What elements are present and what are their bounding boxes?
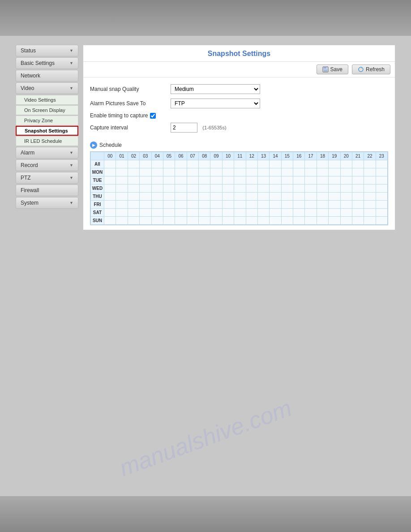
time-cell-all-15[interactable]	[281, 160, 293, 168]
time-cell-thu-14[interactable]	[270, 193, 281, 201]
time-cell-all-20[interactable]	[340, 160, 352, 168]
time-cell-wed-04[interactable]	[151, 184, 163, 193]
time-cell-mon-20[interactable]	[340, 168, 352, 176]
time-cell-fri-21[interactable]	[352, 201, 364, 209]
time-cell-thu-08[interactable]	[199, 193, 210, 201]
time-cell-wed-19[interactable]	[329, 184, 340, 193]
time-cell-thu-04[interactable]	[151, 193, 163, 201]
time-cell-sun-23[interactable]	[376, 217, 387, 225]
time-cell-fri-08[interactable]	[199, 201, 210, 209]
time-cell-wed-21[interactable]	[352, 184, 364, 193]
time-cell-sat-22[interactable]	[364, 209, 376, 217]
alarm-pictures-save-to-select[interactable]: FTP SD Card Both	[171, 99, 260, 108]
sidebar-item-alarm[interactable]: Alarm	[16, 147, 78, 159]
time-cell-mon-17[interactable]	[305, 168, 317, 176]
sidebar-item-video[interactable]: Video	[16, 82, 78, 94]
time-cell-thu-00[interactable]	[104, 193, 116, 201]
time-cell-sun-22[interactable]	[364, 217, 376, 225]
time-cell-sun-20[interactable]	[340, 217, 352, 225]
time-cell-thu-13[interactable]	[257, 193, 269, 201]
time-cell-wed-09[interactable]	[210, 184, 222, 193]
time-cell-thu-12[interactable]	[246, 193, 257, 201]
time-cell-sun-12[interactable]	[246, 217, 257, 225]
time-cell-wed-10[interactable]	[222, 184, 234, 193]
time-cell-mon-12[interactable]	[246, 168, 257, 176]
time-cell-thu-21[interactable]	[352, 193, 364, 201]
time-cell-sun-16[interactable]	[293, 217, 305, 225]
sidebar-item-ptz[interactable]: PTZ	[16, 172, 78, 184]
sidebar-item-status[interactable]: Status	[16, 45, 78, 56]
time-cell-sat-03[interactable]	[140, 209, 151, 217]
time-cell-tue-13[interactable]	[257, 176, 269, 184]
time-cell-mon-13[interactable]	[257, 168, 269, 176]
time-cell-mon-14[interactable]	[270, 168, 281, 176]
time-cell-mon-08[interactable]	[199, 168, 210, 176]
time-cell-mon-03[interactable]	[140, 168, 151, 176]
time-cell-sat-09[interactable]	[210, 209, 222, 217]
capture-interval-input[interactable]	[171, 123, 197, 133]
sidebar-sub-item-video-settings[interactable]: Video Settings	[16, 95, 78, 105]
time-cell-tue-12[interactable]	[246, 176, 257, 184]
time-cell-fri-10[interactable]	[222, 201, 234, 209]
sidebar-sub-item-snapshot-settings[interactable]: Snapshot Settings	[16, 126, 78, 136]
time-cell-fri-06[interactable]	[175, 201, 187, 209]
time-cell-mon-07[interactable]	[187, 168, 198, 176]
time-cell-sun-19[interactable]	[329, 217, 340, 225]
time-cell-wed-23[interactable]	[376, 184, 387, 193]
time-cell-tue-20[interactable]	[340, 176, 352, 184]
time-cell-wed-20[interactable]	[340, 184, 352, 193]
time-cell-wed-16[interactable]	[293, 184, 305, 193]
time-cell-mon-15[interactable]	[281, 168, 293, 176]
time-cell-wed-11[interactable]	[234, 184, 246, 193]
time-cell-sat-20[interactable]	[340, 209, 352, 217]
time-cell-sat-14[interactable]	[270, 209, 281, 217]
time-cell-all-14[interactable]	[270, 160, 281, 168]
time-cell-tue-08[interactable]	[199, 176, 210, 184]
time-cell-sat-18[interactable]	[317, 209, 328, 217]
time-cell-sun-15[interactable]	[281, 217, 293, 225]
time-cell-all-05[interactable]	[163, 160, 175, 168]
time-cell-thu-05[interactable]	[163, 193, 175, 201]
time-cell-all-10[interactable]	[222, 160, 234, 168]
time-cell-mon-23[interactable]	[376, 168, 387, 176]
save-button[interactable]: Save	[317, 64, 348, 74]
time-cell-all-02[interactable]	[128, 160, 139, 168]
time-cell-sun-06[interactable]	[175, 217, 187, 225]
time-cell-sun-21[interactable]	[352, 217, 364, 225]
time-cell-sun-01[interactable]	[116, 217, 128, 225]
time-cell-sat-05[interactable]	[163, 209, 175, 217]
time-cell-sun-14[interactable]	[270, 217, 281, 225]
time-cell-fri-03[interactable]	[140, 201, 151, 209]
time-cell-fri-17[interactable]	[305, 201, 317, 209]
sidebar-item-system[interactable]: System	[16, 197, 78, 209]
time-cell-thu-18[interactable]	[317, 193, 328, 201]
time-cell-all-12[interactable]	[246, 160, 257, 168]
time-cell-mon-00[interactable]	[104, 168, 116, 176]
time-cell-fri-13[interactable]	[257, 201, 269, 209]
time-cell-wed-02[interactable]	[128, 184, 139, 193]
sidebar-sub-item-ir-led-schedule[interactable]: IR LED Schedule	[16, 136, 78, 146]
time-cell-thu-22[interactable]	[364, 193, 376, 201]
time-cell-thu-15[interactable]	[281, 193, 293, 201]
sidebar-item-network[interactable]: Network	[16, 70, 78, 82]
time-cell-all-21[interactable]	[352, 160, 364, 168]
time-cell-thu-23[interactable]	[376, 193, 387, 201]
time-cell-all-16[interactable]	[293, 160, 305, 168]
time-cell-sat-11[interactable]	[234, 209, 246, 217]
time-cell-tue-19[interactable]	[329, 176, 340, 184]
time-cell-mon-02[interactable]	[128, 168, 139, 176]
time-cell-thu-11[interactable]	[234, 193, 246, 201]
time-cell-sat-15[interactable]	[281, 209, 293, 217]
time-cell-thu-19[interactable]	[329, 193, 340, 201]
time-cell-sun-05[interactable]	[163, 217, 175, 225]
time-cell-sat-01[interactable]	[116, 209, 128, 217]
time-cell-all-17[interactable]	[305, 160, 317, 168]
time-cell-wed-15[interactable]	[281, 184, 293, 193]
sidebar-sub-item-privacy-zone[interactable]: Privacy Zone	[16, 116, 78, 125]
time-cell-wed-14[interactable]	[270, 184, 281, 193]
time-cell-thu-03[interactable]	[140, 193, 151, 201]
time-cell-tue-01[interactable]	[116, 176, 128, 184]
time-cell-tue-23[interactable]	[376, 176, 387, 184]
time-cell-all-22[interactable]	[364, 160, 376, 168]
time-cell-thu-16[interactable]	[293, 193, 305, 201]
